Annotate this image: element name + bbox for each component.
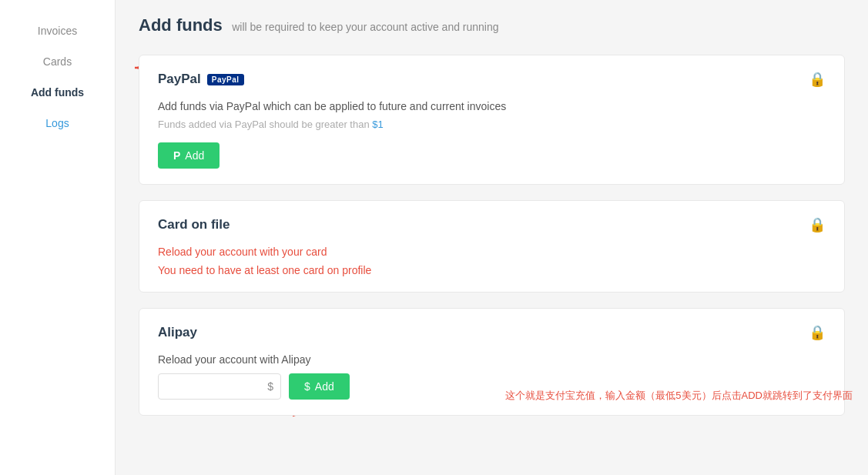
alipay-input-wrap: $ bbox=[158, 373, 281, 400]
paypal-card-header: PayPal PayPal 🔒 bbox=[158, 71, 826, 88]
paypal-badge: PayPal bbox=[207, 74, 244, 85]
paypal-note: Funds added via PayPal should be greater… bbox=[158, 119, 826, 130]
paypal-p-icon: P bbox=[173, 149, 180, 162]
sidebar-item-add-funds[interactable]: Add funds bbox=[0, 77, 115, 108]
paypal-description: Add funds via PayPal which can be applie… bbox=[158, 100, 826, 112]
chinese-annotation: 这个就是支付宝充值，输入金额（最低5美元）后点击ADD就跳转到了支付界面 bbox=[505, 389, 853, 403]
sidebar-item-cards[interactable]: Cards bbox=[0, 46, 115, 77]
card-on-file-card: Card on file 🔒 Reload your account with … bbox=[139, 200, 845, 293]
alipay-card-title: Alipay bbox=[158, 325, 197, 340]
sidebar-item-logs[interactable]: Logs bbox=[0, 108, 115, 139]
alipay-card-header: Alipay 🔒 bbox=[158, 324, 826, 341]
paypal-add-button[interactable]: P Add bbox=[158, 142, 220, 169]
paypal-note-prefix: Funds added via PayPal should be greater… bbox=[158, 119, 372, 130]
page-title: Add funds bbox=[139, 15, 223, 35]
alipay-add-label: Add bbox=[315, 380, 334, 393]
paypal-lock-icon: 🔒 bbox=[809, 71, 826, 88]
paypal-card-title: PayPal PayPal bbox=[158, 72, 244, 87]
paypal-note-amount: $1 bbox=[372, 119, 383, 130]
page-header: Add funds will be required to keep your … bbox=[139, 15, 845, 35]
sidebar-item-invoices[interactable]: Invoices bbox=[0, 15, 115, 46]
card-reload-link[interactable]: Reload your account with your card bbox=[158, 246, 826, 258]
alipay-dollar-icon: $ bbox=[304, 380, 310, 393]
card-on-file-header: Card on file 🔒 bbox=[158, 216, 826, 233]
card-warning-text: You need to have at least one card on pr… bbox=[158, 264, 826, 276]
page-subtitle: will be required to keep your account ac… bbox=[232, 21, 498, 33]
card-on-file-title: Card on file bbox=[158, 217, 230, 232]
card-on-file-lock-icon: 🔒 bbox=[809, 216, 826, 233]
alipay-amount-input[interactable] bbox=[158, 373, 281, 400]
alipay-currency-symbol: $ bbox=[267, 380, 273, 393]
paypal-title-text: PayPal bbox=[158, 72, 201, 87]
card-on-file-title-text: Card on file bbox=[158, 217, 230, 232]
paypal-add-label: Add bbox=[185, 149, 204, 162]
alipay-description: Reload your account with Alipay bbox=[158, 353, 826, 366]
alipay-title-text: Alipay bbox=[158, 325, 197, 340]
alipay-add-button[interactable]: $ Add bbox=[289, 373, 350, 400]
alipay-lock-icon: 🔒 bbox=[809, 324, 826, 341]
main-content: Add funds will be required to keep your … bbox=[116, 0, 868, 475]
paypal-card: PayPal PayPal 🔒 Add funds via PayPal whi… bbox=[139, 55, 845, 185]
sidebar: Invoices Cards Add funds Logs bbox=[0, 0, 116, 475]
